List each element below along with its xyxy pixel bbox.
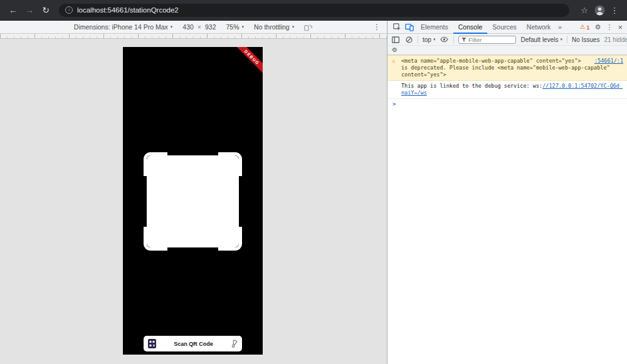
chevron-down-icon: ▾ — [560, 37, 562, 42]
toggle-device-toolbar-button[interactable] — [403, 21, 416, 34]
warning-triangle-icon: ⚠ — [580, 24, 586, 30]
tab-elements[interactable]: Elements — [416, 21, 453, 34]
live-expression-button[interactable] — [440, 33, 449, 46]
tab-network[interactable]: Network — [522, 21, 556, 34]
prompt-chevron-icon: > — [393, 101, 396, 108]
sidebar-icon — [392, 36, 399, 43]
forward-icon[interactable]: → — [23, 3, 36, 17]
console-toolbar: top ▾ Default levels — [387, 34, 627, 45]
console-settings-row: ⚙ — [387, 45, 627, 55]
browser-menu-icon[interactable]: ⋮ — [608, 6, 621, 15]
more-tabs-button[interactable]: » — [556, 24, 564, 31]
person-icon — [594, 5, 605, 16]
rotate-icon — [304, 23, 313, 31]
throttling-value: No throttling — [254, 23, 290, 31]
url-text: localhost:54661/stationQrcode2 — [77, 6, 179, 14]
zoom-select[interactable]: 75% ▾ — [226, 23, 245, 31]
device-select[interactable]: Dimensions: iPhone 14 Pro Max ▾ — [74, 23, 173, 31]
device-toolbar-menu-icon[interactable]: ⋮ — [373, 23, 381, 31]
log-levels-select[interactable]: Default levels ▾ — [520, 36, 562, 43]
device-mode-pane: Dimensions: iPhone 14 Pro Max ▾ 430 × 93… — [0, 21, 387, 364]
chevron-down-icon: ▾ — [292, 24, 295, 29]
viewport-width-field[interactable]: 430 — [182, 23, 194, 31]
issues-counter[interactable]: ⚠ 1 — [580, 24, 590, 31]
horizontal-ruler — [0, 34, 387, 39]
inspect-element-button[interactable] — [391, 21, 403, 34]
filter-funnel-icon — [461, 37, 466, 43]
qr-scan-frame — [144, 152, 242, 251]
warning-message-text: <meta name="apple-mobile-web-app-capable… — [401, 58, 610, 78]
qr-corner-top-right — [218, 152, 242, 176]
screen: ← → ↻ i localhost:54661/stationQrcode2 ☆… — [0, 0, 627, 364]
browser-toolbar: ← → ↻ i localhost:54661/stationQrcode2 ☆… — [0, 0, 627, 21]
issues-link[interactable]: No Issues — [572, 36, 599, 43]
devtools-tabbar: Elements Console Sources Network » ⚠ 1 ⚙… — [387, 21, 627, 34]
back-icon[interactable]: ← — [6, 3, 20, 17]
toolbar-separator — [418, 36, 418, 43]
devices-icon — [405, 23, 414, 31]
address-bar[interactable]: i localhost:54661/stationQrcode2 — [59, 4, 569, 17]
devtools-close-icon[interactable]: × — [618, 23, 623, 31]
bookmark-star-icon[interactable]: ☆ — [578, 6, 591, 15]
tab-sources[interactable]: Sources — [487, 21, 522, 34]
info-message-text: This app is linked to the debug service:… — [401, 83, 542, 89]
toolbar-separator — [453, 36, 454, 43]
qr-corner-bottom-left — [144, 227, 167, 251]
hidden-messages-label: 21 hidden — [604, 36, 627, 43]
rotate-viewport-button[interactable] — [304, 23, 313, 31]
profile-avatar[interactable] — [593, 5, 606, 16]
zoom-value: 75% — [226, 23, 240, 31]
device-canvas: DEBUG — [0, 34, 387, 364]
site-info-icon[interactable]: i — [65, 6, 73, 14]
execution-context-select[interactable]: top ▾ — [423, 36, 435, 43]
viewport-height-field[interactable]: 932 — [205, 23, 216, 31]
filter-input[interactable] — [468, 36, 513, 43]
context-value: top — [423, 36, 431, 43]
console-info-message: This app is linked to the debug service:… — [387, 81, 627, 99]
console-messages: ⚠ :54661/:1 <meta name="apple-mobile-web… — [387, 55, 627, 364]
warning-triangle-icon: ⚠ — [392, 58, 395, 65]
hidden-messages-link[interactable]: 21 hidden — [604, 36, 627, 43]
dimension-times-label: × — [198, 23, 201, 31]
console-settings-icon[interactable]: ⚙ — [392, 47, 398, 53]
devtools-panel: Elements Console Sources Network » ⚠ 1 ⚙… — [387, 21, 627, 364]
warning-count: 1 — [586, 24, 589, 31]
issues-label: No Issues — [572, 36, 599, 43]
inspect-icon — [393, 23, 401, 31]
console-warning-message: ⚠ :54661/:1 <meta name="apple-mobile-web… — [387, 55, 627, 81]
viewport-size: 430 × 932 — [182, 23, 216, 31]
devtools-menu-icon[interactable]: ⋮ — [606, 24, 613, 31]
message-source-link[interactable]: :54661/:1 — [594, 58, 623, 65]
clear-icon — [406, 36, 413, 43]
chevron-down-icon: ▾ — [433, 37, 436, 42]
device-viewport: DEBUG — [123, 47, 263, 355]
qr-corner-bottom-right — [218, 227, 242, 251]
flashlight-icon[interactable] — [229, 338, 239, 349]
workspace: Dimensions: iPhone 14 Pro Max ▾ 430 × 93… — [0, 21, 627, 364]
debug-banner: DEBUG — [233, 47, 263, 77]
qr-corner-top-left — [144, 152, 167, 176]
reload-icon[interactable]: ↻ — [39, 3, 53, 17]
scan-qr-button[interactable]: Scan QR Code — [144, 336, 242, 351]
tabbar-right-controls: ⚠ 1 ⚙ ⋮ × — [580, 23, 627, 31]
device-select-label: Dimensions: iPhone 14 Pro Max — [74, 23, 168, 31]
throttling-select[interactable]: No throttling ▾ — [254, 23, 294, 31]
console-filter[interactable] — [458, 36, 516, 44]
toolbar-separator — [567, 36, 567, 43]
console-prompt[interactable]: > — [387, 99, 627, 110]
devtools-settings-icon[interactable]: ⚙ — [595, 24, 601, 31]
device-toolbar: Dimensions: iPhone 14 Pro Max ▾ 430 × 93… — [0, 21, 387, 34]
eye-icon — [440, 36, 448, 43]
tab-console[interactable]: Console — [453, 21, 488, 34]
chevron-down-icon: ▾ — [171, 24, 173, 29]
qr-code-icon — [148, 339, 156, 348]
console-sidebar-toggle[interactable] — [391, 33, 400, 46]
chevron-down-icon: ▾ — [242, 24, 245, 29]
scan-qr-label: Scan QR Code — [160, 341, 227, 347]
log-levels-value: Default levels — [520, 36, 558, 43]
clear-console-button[interactable] — [404, 33, 413, 46]
